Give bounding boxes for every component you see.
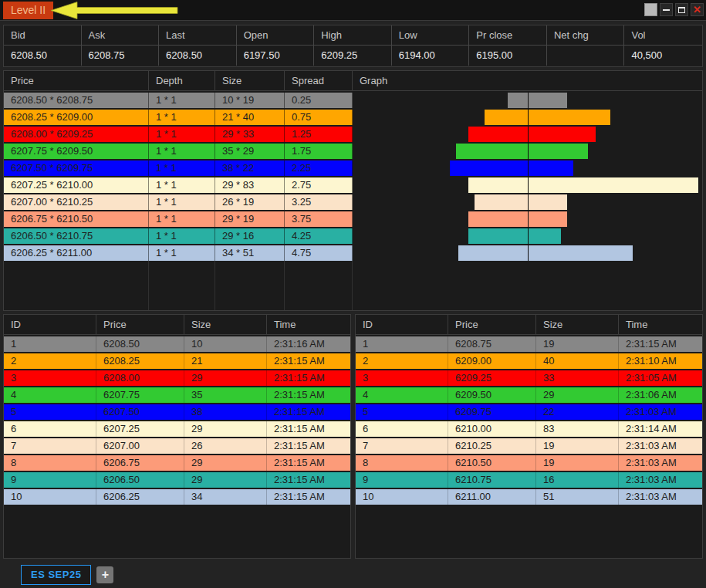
- ask-header-price: Price: [448, 315, 536, 334]
- id-cell: 7: [356, 438, 448, 454]
- id-cell: 6: [4, 421, 96, 437]
- title-bar[interactable]: Level II ✕: [0, 0, 706, 21]
- bid-row[interactable]: 16208.50102:31:16 AM: [4, 336, 350, 352]
- spread-cell: 1.75: [285, 144, 353, 159]
- id-cell: 8: [356, 455, 448, 471]
- spread-cell: 3.75: [285, 211, 353, 227]
- depth-row[interactable]: 6206.50 * 6210.751 * 129 * 164.25: [4, 228, 702, 244]
- price-cell: 6206.75: [96, 455, 184, 471]
- ask-row[interactable]: 106211.00512:31:03 AM: [356, 489, 702, 505]
- annotation-arrow-icon: [49, 1, 182, 20]
- bid-row[interactable]: 36208.00292:31:15 AM: [4, 370, 350, 386]
- id-cell: 6: [356, 421, 448, 437]
- depth-cell: 1 * 1: [149, 245, 215, 261]
- size-cell: 19: [536, 455, 619, 471]
- bid-row[interactable]: 66207.25292:31:15 AM: [4, 421, 350, 437]
- id-cell: 1: [356, 336, 448, 352]
- price-cell: 6206.25 * 6211.00: [4, 245, 149, 261]
- ask-row[interactable]: 76210.25192:31:03 AM: [356, 438, 702, 454]
- bid-row[interactable]: 106206.25342:31:15 AM: [4, 489, 350, 505]
- size-cell: 29: [184, 421, 267, 437]
- depth-row[interactable]: 6207.25 * 6210.001 * 129 * 832.75: [4, 177, 702, 193]
- quote-value-pr-close: 6195.00: [469, 46, 547, 66]
- depth-row[interactable]: 6208.00 * 6209.251 * 129 * 331.25: [4, 127, 702, 142]
- ask-bar: [529, 177, 698, 193]
- ask-bar: [529, 93, 567, 108]
- tab-bar: ES SEP25 +: [0, 562, 706, 588]
- minimize-button[interactable]: [660, 3, 673, 16]
- price-cell: 6207.75: [96, 387, 184, 403]
- depth-empty-cell: [4, 261, 149, 310]
- id-cell: 9: [4, 472, 96, 488]
- size-cell: 26 * 19: [215, 194, 285, 210]
- bid-row[interactable]: 26208.25212:31:15 AM: [4, 353, 350, 369]
- depth-cell: 1 * 1: [149, 127, 215, 142]
- time-cell: 2:31:15 AM: [267, 438, 350, 454]
- bid-row[interactable]: 56207.50382:31:15 AM: [4, 404, 350, 420]
- price-cell: 6207.75 * 6209.50: [4, 144, 149, 159]
- quote-value-net-chg: [547, 46, 625, 66]
- size-cell: 26: [184, 438, 267, 454]
- price-cell: 6207.50: [96, 404, 184, 420]
- depth-row[interactable]: 6206.25 * 6211.001 * 134 * 514.75: [4, 245, 702, 261]
- quote-value-high: 6209.25: [314, 46, 392, 66]
- bid-header-size: Size: [184, 315, 267, 334]
- window-controls: ✕: [644, 3, 704, 16]
- blank-button[interactable]: [644, 3, 657, 16]
- quote-header-bid: Bid: [4, 25, 82, 45]
- quote-header-open: Open: [237, 25, 315, 45]
- price-cell: 6208.00: [96, 370, 184, 386]
- ask-row[interactable]: 56209.75222:31:03 AM: [356, 404, 702, 420]
- time-cell: 2:31:03 AM: [619, 404, 702, 420]
- price-cell: 6208.50 * 6208.75: [4, 93, 149, 108]
- depth-header-price: Price: [4, 71, 149, 90]
- ask-row[interactable]: 26209.00402:31:10 AM: [356, 353, 702, 369]
- depth-row[interactable]: 6207.75 * 6209.501 * 135 * 291.75: [4, 144, 702, 159]
- restore-icon: [678, 7, 685, 13]
- bid-row[interactable]: 76207.00262:31:15 AM: [4, 438, 350, 454]
- price-cell: 6208.00 * 6209.25: [4, 127, 149, 142]
- ask-row[interactable]: 96210.75162:31:03 AM: [356, 472, 702, 488]
- time-cell: 2:31:03 AM: [619, 489, 702, 505]
- trades-section: IDPriceSizeTime 16208.50102:31:16 AM2620…: [3, 314, 703, 559]
- price-cell: 6210.50: [448, 455, 536, 471]
- depth-row[interactable]: 6207.50 * 6209.751 * 138 * 222.25: [4, 161, 702, 176]
- ask-row[interactable]: 86210.50192:31:03 AM: [356, 455, 702, 471]
- depth-row[interactable]: 6207.00 * 6210.251 * 126 * 193.25: [4, 194, 702, 210]
- depth-cell: 1 * 1: [149, 110, 215, 125]
- bid-row[interactable]: 86206.75292:31:15 AM: [4, 455, 350, 471]
- close-button[interactable]: ✕: [691, 3, 704, 16]
- tab-es-sep25[interactable]: ES SEP25: [21, 565, 91, 585]
- time-cell: 2:31:15 AM: [267, 489, 350, 505]
- quote-header-pr-close: Pr close: [469, 25, 547, 45]
- ask-row[interactable]: 66210.00832:31:14 AM: [356, 421, 702, 437]
- price-cell: 6208.25: [96, 353, 184, 369]
- depth-row[interactable]: 6208.25 * 6209.001 * 121 * 400.75: [4, 110, 702, 125]
- bid-row[interactable]: 96206.50292:31:15 AM: [4, 472, 350, 488]
- id-cell: 5: [4, 404, 96, 420]
- depth-row[interactable]: 6206.75 * 6210.501 * 129 * 193.75: [4, 211, 702, 227]
- depth-row[interactable]: 6208.50 * 6208.751 * 110 * 190.25: [4, 93, 702, 108]
- bid-row[interactable]: 46207.75352:31:15 AM: [4, 387, 350, 403]
- bids-table: IDPriceSizeTime 16208.50102:31:16 AM2620…: [3, 314, 351, 559]
- close-icon: ✕: [693, 5, 701, 15]
- size-cell: 19: [536, 438, 619, 454]
- id-cell: 5: [356, 404, 448, 420]
- ask-row[interactable]: 46209.50292:31:06 AM: [356, 387, 702, 403]
- bid-bar: [468, 177, 528, 193]
- price-cell: 6206.50 * 6210.75: [4, 228, 149, 244]
- add-tab-button[interactable]: +: [96, 566, 113, 583]
- ask-bar: [529, 211, 567, 227]
- restore-button[interactable]: [675, 3, 688, 16]
- ask-row[interactable]: 36209.25332:31:05 AM: [356, 370, 702, 386]
- quote-value-low: 6194.00: [392, 46, 470, 66]
- ask-row[interactable]: 16208.75192:31:15 AM: [356, 336, 702, 352]
- depth-empty-cell: [285, 261, 353, 310]
- time-cell: 2:31:15 AM: [267, 353, 350, 369]
- bid-bar: [508, 93, 529, 108]
- price-cell: 6207.00 * 6210.25: [4, 194, 149, 210]
- depth-empty-cell: [353, 261, 702, 310]
- size-cell: 21: [184, 353, 267, 369]
- time-cell: 2:31:03 AM: [619, 438, 702, 454]
- size-cell: 21 * 40: [215, 110, 285, 125]
